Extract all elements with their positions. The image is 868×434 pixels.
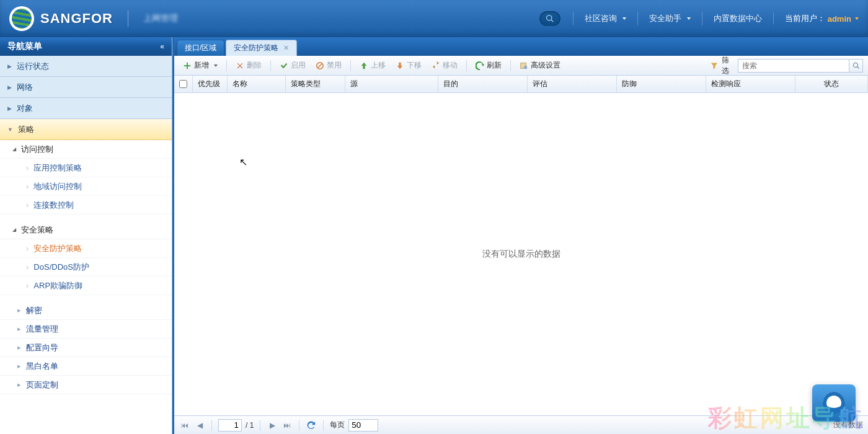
current-user-label: 当前用户： <box>785 13 825 24</box>
item-region-control[interactable]: 地域访问控制 <box>0 177 172 196</box>
brand-separator <box>128 11 128 27</box>
sidebar-body: 运行状态 网络 对象 策略 访问控制 应用控制策略 地域访问控制 连接数控制 安… <box>0 56 172 434</box>
col-dest[interactable]: 目的 <box>438 76 528 92</box>
page-input[interactable] <box>218 419 242 432</box>
funnel-icon <box>711 62 718 69</box>
group-security-policy[interactable]: 安全策略 <box>0 221 172 239</box>
moveup-button[interactable]: 上移 <box>356 58 389 73</box>
col-checkbox[interactable] <box>174 76 193 92</box>
nav-cat-status[interactable]: 运行状态 <box>0 56 172 77</box>
movedown-button[interactable]: 下移 <box>392 58 425 73</box>
next-page-button[interactable]: ▶ <box>267 420 278 431</box>
nav-datacenter[interactable]: 内置数据中心 <box>702 12 773 25</box>
group-access-control[interactable]: 访问控制 <box>0 140 172 159</box>
brand-wrap: SANGFOR 上网管理 <box>9 6 178 31</box>
item-decrypt[interactable]: 解密 <box>0 301 172 320</box>
col-defense[interactable]: 防御 <box>617 76 706 92</box>
item-bwlist[interactable]: 黑白名单 <box>0 357 172 376</box>
gear-icon <box>520 61 528 70</box>
col-response[interactable]: 检测响应 <box>706 76 795 92</box>
toolbar: 新增 删除 启用 禁用 上移 下移 <box>174 56 868 76</box>
enable-button[interactable]: 启用 <box>276 58 309 73</box>
item-sec-protect[interactable]: 安全防护策略 <box>0 239 172 258</box>
refresh-button[interactable]: 刷新 <box>472 58 505 73</box>
tabbar: 接口/区域 安全防护策略 ✕ <box>174 37 868 56</box>
current-user[interactable]: 当前用户： admin <box>773 13 859 24</box>
delete-button[interactable]: 删除 <box>232 58 265 73</box>
check-icon <box>280 61 288 70</box>
perpage-input[interactable] <box>348 419 378 432</box>
search-icon <box>546 14 554 23</box>
item-wizard[interactable]: 配置向导 <box>0 339 172 357</box>
col-eval[interactable]: 评估 <box>528 76 617 92</box>
tab-interface[interactable]: 接口/区域 <box>177 40 224 56</box>
logo-icon <box>9 6 34 31</box>
search-input[interactable] <box>738 59 849 73</box>
item-traffic[interactable]: 流量管理 <box>0 320 172 339</box>
search-icon <box>852 62 860 69</box>
disable-button[interactable]: 禁用 <box>312 58 345 73</box>
select-all-checkbox[interactable] <box>179 80 187 88</box>
item-dos[interactable]: DoS/DDoS防护 <box>0 258 172 277</box>
current-user-value: admin <box>828 14 851 24</box>
advanced-button[interactable]: 高级设置 <box>516 58 564 73</box>
plus-icon <box>183 61 192 70</box>
header-right: 社区咨询 安全助手 内置数据中心 当前用户： admin <box>539 11 859 26</box>
brand-text: SANGFOR <box>40 11 113 27</box>
prev-page-button[interactable]: ◀ <box>194 420 205 431</box>
nav-assistant[interactable]: 安全助手 <box>637 12 702 25</box>
x-icon <box>236 61 244 70</box>
brand-subtitle: 上网管理 <box>143 13 178 24</box>
refresh-icon <box>476 61 484 70</box>
main-panel: 接口/区域 安全防护策略 ✕ 新增 删除 启用 禁用 <box>172 37 868 434</box>
sidebar-title: 导航菜单 « <box>0 37 172 56</box>
refresh-icon <box>307 421 316 430</box>
app-header: SANGFOR 上网管理 社区咨询 安全助手 内置数据中心 当前用户： admi… <box>0 0 868 37</box>
search-box <box>738 59 863 73</box>
close-icon[interactable]: ✕ <box>283 44 289 52</box>
tab-sec-policy[interactable]: 安全防护策略 ✕ <box>226 40 297 56</box>
arrow-up-icon <box>360 61 368 70</box>
nav-cat-policy[interactable]: 策略 <box>0 119 172 140</box>
move-icon <box>432 61 440 70</box>
sidebar: 导航菜单 « 运行状态 网络 对象 策略 访问控制 应用控制策略 地域访问控制 … <box>0 37 172 434</box>
pager-refresh-button[interactable] <box>306 420 317 431</box>
perpage-select[interactable] <box>348 419 378 432</box>
first-page-button[interactable]: ⏮ <box>179 420 190 431</box>
nav-cat-object[interactable]: 对象 <box>0 98 172 119</box>
policy-subnav: 访问控制 应用控制策略 地域访问控制 连接数控制 安全策略 安全防护策略 DoS… <box>0 140 172 434</box>
search-button[interactable] <box>849 59 863 73</box>
pager: ⏮ ◀ / 1 ▶ ⏭ 每页 没有数据 <box>174 415 868 434</box>
col-source[interactable]: 源 <box>345 76 438 92</box>
sidebar-collapse-icon[interactable]: « <box>160 42 164 51</box>
filter-button[interactable]: 筛选 <box>711 55 729 76</box>
cursor-icon: ↖ <box>239 156 247 168</box>
last-page-button[interactable]: ⏭ <box>281 420 293 431</box>
add-button[interactable]: 新增 <box>179 58 221 73</box>
col-type[interactable]: 策略类型 <box>286 76 345 92</box>
item-arp[interactable]: ARP欺骗防御 <box>0 277 172 295</box>
empty-text: 没有可以显示的数据 <box>482 249 560 260</box>
item-conn-control[interactable]: 连接数控制 <box>0 196 172 215</box>
nav-cat-network[interactable]: 网络 <box>0 77 172 98</box>
grid-body: 没有可以显示的数据 ↖ <box>174 93 868 415</box>
perpage-label: 每页 <box>330 420 345 430</box>
nav-community[interactable]: 社区咨询 <box>573 12 637 25</box>
move-button[interactable]: 移动 <box>428 58 461 73</box>
col-status[interactable]: 状态 <box>795 76 868 92</box>
floating-widget[interactable] <box>812 384 856 422</box>
page-total: / 1 <box>246 421 254 430</box>
svg-point-2 <box>524 66 527 69</box>
header-search-button[interactable] <box>539 11 560 26</box>
col-name[interactable]: 名称 <box>228 76 286 92</box>
arrow-down-icon <box>396 61 404 70</box>
column-header: 优先级 名称 策略类型 源 目的 评估 防御 检测响应 状态 <box>174 76 868 93</box>
item-page-custom[interactable]: 页面定制 <box>0 376 172 394</box>
forbid-icon <box>316 61 324 70</box>
col-priority[interactable]: 优先级 <box>193 76 228 92</box>
item-app-policy[interactable]: 应用控制策略 <box>0 159 172 177</box>
